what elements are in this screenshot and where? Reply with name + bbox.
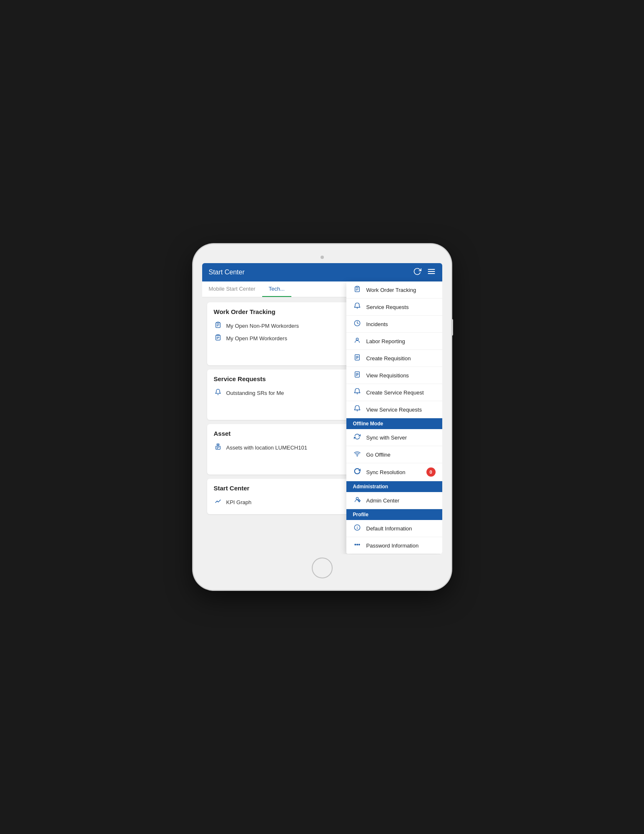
- svg-rect-36: [217, 334, 219, 336]
- svg-point-21: [356, 497, 358, 500]
- menu-item-create-service-request[interactable]: Create Service Request: [346, 384, 442, 401]
- menu-item-create-requisition-label: Create Requisition: [366, 355, 411, 362]
- service-bell-icon: [353, 303, 361, 311]
- menu-item-sync-resolution[interactable]: Sync Resolution 0: [346, 463, 442, 481]
- menu-item-labor-reporting-label: Labor Reporting: [366, 338, 405, 344]
- asset-icon: [214, 443, 222, 452]
- app-title: Start Center: [209, 269, 245, 276]
- menu-item-incidents[interactable]: Incidents: [346, 316, 442, 333]
- outstanding-srs-label: Outstanding SRs for Me: [226, 390, 284, 396]
- clipboard-item-icon: [214, 322, 222, 330]
- menu-item-default-information-label: Default Information: [366, 525, 412, 532]
- menu-item-labor-reporting[interactable]: Labor Reporting: [346, 333, 442, 350]
- menu-item-password-information[interactable]: Password Information: [346, 537, 442, 554]
- kpi-graph-label: KPI Graph: [226, 499, 252, 505]
- menu-item-admin-center[interactable]: Admin Center: [346, 492, 442, 509]
- menu-item-password-information-label: Password Information: [366, 543, 419, 549]
- offline-mode-section-header: Offline Mode: [346, 418, 442, 429]
- clipboard-pm-icon: [214, 334, 222, 342]
- create-sr-icon: [353, 388, 361, 397]
- app-header: Start Center: [202, 263, 442, 281]
- tab-tech[interactable]: Tech...: [262, 281, 291, 297]
- menu-item-incidents-label: Incidents: [366, 321, 388, 327]
- menu-item-go-offline[interactable]: Go Offline: [346, 446, 442, 463]
- admin-icon: [353, 496, 361, 505]
- refresh-icon[interactable]: [413, 267, 421, 278]
- sync-icon: [353, 433, 361, 442]
- tab-mobile-start-center[interactable]: Mobile Start Center: [202, 281, 262, 297]
- svg-point-30: [355, 544, 356, 545]
- menu-item-create-service-request-label: Create Service Request: [366, 389, 424, 396]
- svg-rect-3: [356, 286, 358, 287]
- tablet-camera: [321, 256, 324, 259]
- chart-icon: [214, 498, 222, 506]
- svg-point-32: [358, 544, 360, 545]
- menu-item-view-requisitions[interactable]: View Requisitions: [346, 367, 442, 384]
- clock-icon: [353, 320, 361, 328]
- info-icon: [353, 524, 361, 533]
- menu-item-sync-with-server-label: Sync with Server: [366, 435, 407, 441]
- my-open-non-pm-label: My Open Non-PM Workorders: [226, 323, 299, 329]
- svg-point-19: [357, 456, 357, 456]
- svg-rect-33: [217, 322, 219, 323]
- my-open-pm-label: My Open PM Workorders: [226, 335, 287, 342]
- view-sr-icon: [353, 405, 361, 414]
- menu-item-work-order-tracking[interactable]: Work Order Tracking: [346, 281, 442, 299]
- menu-item-service-requests[interactable]: Service Requests: [346, 299, 442, 316]
- dropdown-menu: Work Order Tracking Service Requests: [346, 281, 442, 554]
- svg-rect-40: [216, 446, 220, 450]
- menu-item-go-offline-label: Go Offline: [366, 452, 391, 458]
- sync-resolution-badge: 0: [426, 467, 436, 477]
- administration-section-header: Administration: [346, 481, 442, 492]
- wifi-icon: [353, 450, 361, 459]
- menu-item-admin-center-label: Admin Center: [366, 497, 399, 504]
- person-icon: [353, 337, 361, 345]
- tablet-home-indicator[interactable]: [312, 558, 333, 578]
- tablet-device: Start Center: [193, 244, 451, 590]
- side-button: [451, 319, 453, 336]
- menu-item-sync-with-server[interactable]: Sync with Server: [346, 429, 442, 446]
- view-doc-icon: [353, 371, 361, 379]
- tablet-screen: Start Center: [202, 263, 442, 554]
- menu-item-view-service-requests[interactable]: View Service Requests: [346, 401, 442, 418]
- menu-item-service-requests-label: Service Requests: [366, 304, 409, 310]
- svg-point-31: [356, 544, 358, 545]
- menu-item-default-information[interactable]: Default Information: [346, 520, 442, 537]
- menu-item-view-requisitions-label: View Requisitions: [366, 372, 409, 379]
- menu-item-view-service-requests-label: View Service Requests: [366, 407, 422, 413]
- assets-location-label: Assets with location LUMECH101: [226, 445, 307, 451]
- profile-section-header: Profile: [346, 509, 442, 520]
- menu-item-work-order-tracking-label: Work Order Tracking: [366, 287, 416, 293]
- doc-icon: [353, 354, 361, 362]
- password-icon: [353, 541, 361, 550]
- header-icons: [413, 267, 436, 278]
- menu-item-create-requisition[interactable]: Create Requisition: [346, 350, 442, 367]
- bell-card-icon: [214, 389, 222, 397]
- sync-resolve-icon: [353, 468, 361, 476]
- hamburger-menu-icon[interactable]: [427, 267, 436, 278]
- svg-point-8: [356, 338, 358, 340]
- clipboard-icon: [353, 286, 361, 294]
- menu-item-sync-resolution-label: Sync Resolution: [366, 469, 406, 475]
